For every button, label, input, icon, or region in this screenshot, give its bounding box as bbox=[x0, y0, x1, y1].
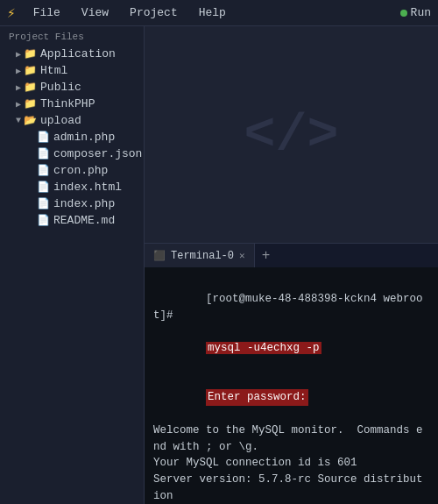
file-icon: 📄 bbox=[37, 131, 50, 144]
menu-view[interactable]: View bbox=[78, 4, 112, 21]
terminal-tab-label: Terminal-0 bbox=[171, 250, 234, 262]
main-layout: Project Files ▶ 📁 Application ▶ 📁 Html ▶… bbox=[0, 26, 438, 504]
terminal-command: mysql -u4echxg -p bbox=[206, 342, 321, 354]
folder-icon: 📁 bbox=[24, 64, 37, 77]
sidebar-item-upload[interactable]: ▼ 📂 upload bbox=[0, 112, 144, 129]
file-label: README.md bbox=[53, 214, 115, 227]
sidebar-item-index-php[interactable]: 📄 index.php bbox=[0, 195, 144, 212]
menu-help[interactable]: Help bbox=[195, 4, 230, 21]
folder-icon: 📁 bbox=[24, 47, 37, 60]
menu-project[interactable]: Project bbox=[126, 4, 181, 21]
add-terminal-button[interactable]: + bbox=[255, 244, 278, 268]
sidebar-item-readme-md[interactable]: 📄 README.md bbox=[0, 212, 144, 229]
terminal-tab-0[interactable]: ⬛ Terminal-0 ✕ bbox=[145, 244, 255, 268]
folder-label: Html bbox=[40, 64, 67, 77]
terminal-output[interactable]: [root@muke-48-488398-kckn4 webroot]# mys… bbox=[145, 267, 438, 504]
terminal-prompt: [root@muke-48-488398-kckn4 webroot]# bbox=[153, 293, 423, 322]
chevron-right-icon: ▶ bbox=[16, 99, 21, 110]
file-icon: 📄 bbox=[37, 164, 50, 177]
folder-label: upload bbox=[40, 114, 81, 127]
sidebar-item-admin-php[interactable]: 📄 admin.php bbox=[0, 129, 144, 146]
close-tab-icon[interactable]: ✕ bbox=[239, 250, 245, 261]
file-icon: 📄 bbox=[37, 214, 50, 227]
sidebar: Project Files ▶ 📁 Application ▶ 📁 Html ▶… bbox=[0, 26, 145, 504]
file-label: composer.json bbox=[53, 147, 142, 160]
file-label: index.php bbox=[53, 197, 115, 210]
terminal-icon: ⬛ bbox=[153, 250, 166, 261]
folder-label: Public bbox=[40, 81, 81, 94]
terminal-tabs: ⬛ Terminal-0 ✕ + bbox=[145, 243, 438, 267]
terminal-output-line-0: Welcome to the MySQL monitor. Commands e… bbox=[153, 422, 429, 456]
run-status-dot bbox=[400, 10, 407, 17]
chevron-right-icon: ▶ bbox=[16, 66, 21, 76]
sidebar-item-html[interactable]: ▶ 📁 Html bbox=[0, 62, 144, 79]
chevron-right-icon: ▶ bbox=[16, 49, 21, 60]
menu-file[interactable]: File bbox=[30, 4, 64, 21]
file-label: cron.php bbox=[53, 164, 108, 177]
sidebar-item-cron-php[interactable]: 📄 cron.php bbox=[0, 162, 144, 179]
terminal-password-line: Enter password: bbox=[153, 373, 429, 422]
code-area: </> bbox=[145, 26, 438, 243]
right-panel: </> ⬛ Terminal-0 ✕ + [root@muke-48-48839… bbox=[145, 26, 438, 504]
sidebar-item-composer-json[interactable]: 📄 composer.json bbox=[0, 146, 144, 162]
sidebar-item-public[interactable]: ▶ 📁 Public bbox=[0, 79, 144, 96]
run-button[interactable]: Run bbox=[400, 6, 431, 19]
menu-bar: ⚡ File View Project Help Run bbox=[0, 0, 438, 26]
chevron-right-icon: ▶ bbox=[16, 82, 21, 93]
password-prompt: Enter password: bbox=[206, 389, 308, 406]
file-icon: 📄 bbox=[37, 147, 50, 160]
chevron-down-icon: ▼ bbox=[16, 116, 21, 125]
terminal-prompt-line: [root@muke-48-488398-kckn4 webroot]# mys… bbox=[153, 274, 429, 373]
run-label: Run bbox=[411, 6, 431, 19]
file-label: admin.php bbox=[53, 131, 115, 144]
folder-label: ThinkPHP bbox=[40, 97, 95, 110]
editor-logo-watermark: </> bbox=[244, 105, 338, 165]
folder-icon: 📁 bbox=[24, 81, 37, 94]
sidebar-item-index-html[interactable]: 📄 index.html bbox=[0, 179, 144, 195]
folder-open-icon: 📂 bbox=[24, 114, 37, 127]
folder-icon: 📁 bbox=[24, 97, 37, 110]
file-icon: 📄 bbox=[37, 197, 50, 210]
file-label: index.html bbox=[53, 181, 122, 194]
sidebar-title: Project Files bbox=[0, 26, 144, 46]
sidebar-item-application[interactable]: ▶ 📁 Application bbox=[0, 46, 144, 62]
folder-label: Application bbox=[40, 47, 116, 60]
file-icon: 📄 bbox=[37, 181, 50, 194]
terminal-output-line-1: Your MySQL connection id is 601 bbox=[153, 455, 429, 472]
terminal-space bbox=[206, 325, 213, 337]
app-logo: ⚡ bbox=[7, 4, 16, 22]
sidebar-item-thinkphp[interactable]: ▶ 📁 ThinkPHP bbox=[0, 96, 144, 112]
terminal-output-line-2: Server version: 5.7.8-rc Source distribu… bbox=[153, 472, 429, 504]
